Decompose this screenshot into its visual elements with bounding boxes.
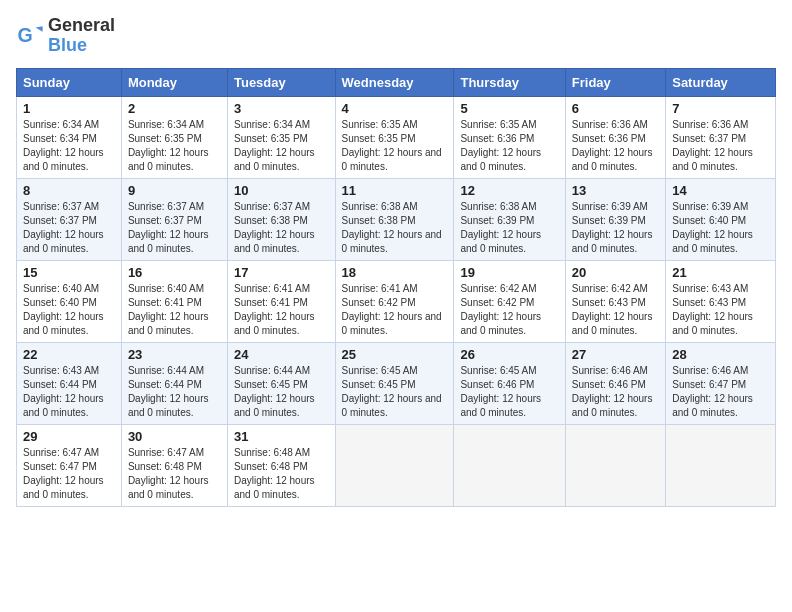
day-number: 14 [672, 183, 769, 198]
calendar-week-row: 29Sunrise: 6:47 AMSunset: 6:47 PMDayligh… [17, 424, 776, 506]
calendar-cell: 31Sunrise: 6:48 AMSunset: 6:48 PMDayligh… [227, 424, 335, 506]
day-number: 21 [672, 265, 769, 280]
svg-marker-1 [36, 26, 43, 32]
day-number: 23 [128, 347, 221, 362]
day-info: Sunrise: 6:34 AMSunset: 6:34 PMDaylight:… [23, 118, 115, 174]
calendar-cell: 30Sunrise: 6:47 AMSunset: 6:48 PMDayligh… [121, 424, 227, 506]
day-number: 20 [572, 265, 659, 280]
day-number: 12 [460, 183, 558, 198]
day-info: Sunrise: 6:36 AMSunset: 6:36 PMDaylight:… [572, 118, 659, 174]
day-info: Sunrise: 6:39 AMSunset: 6:40 PMDaylight:… [672, 200, 769, 256]
calendar-cell [666, 424, 776, 506]
day-number: 22 [23, 347, 115, 362]
day-info: Sunrise: 6:46 AMSunset: 6:46 PMDaylight:… [572, 364, 659, 420]
day-info: Sunrise: 6:41 AMSunset: 6:42 PMDaylight:… [342, 282, 448, 338]
day-number: 29 [23, 429, 115, 444]
calendar-cell: 13Sunrise: 6:39 AMSunset: 6:39 PMDayligh… [565, 178, 665, 260]
calendar-cell: 29Sunrise: 6:47 AMSunset: 6:47 PMDayligh… [17, 424, 122, 506]
calendar-cell: 25Sunrise: 6:45 AMSunset: 6:45 PMDayligh… [335, 342, 454, 424]
day-info: Sunrise: 6:44 AMSunset: 6:44 PMDaylight:… [128, 364, 221, 420]
day-info: Sunrise: 6:34 AMSunset: 6:35 PMDaylight:… [234, 118, 329, 174]
calendar-week-row: 8Sunrise: 6:37 AMSunset: 6:37 PMDaylight… [17, 178, 776, 260]
calendar-week-row: 1Sunrise: 6:34 AMSunset: 6:34 PMDaylight… [17, 96, 776, 178]
calendar-header-row: SundayMondayTuesdayWednesdayThursdayFrid… [17, 68, 776, 96]
calendar-cell: 15Sunrise: 6:40 AMSunset: 6:40 PMDayligh… [17, 260, 122, 342]
day-info: Sunrise: 6:48 AMSunset: 6:48 PMDaylight:… [234, 446, 329, 502]
day-number: 9 [128, 183, 221, 198]
day-number: 11 [342, 183, 448, 198]
calendar-cell: 3Sunrise: 6:34 AMSunset: 6:35 PMDaylight… [227, 96, 335, 178]
day-number: 25 [342, 347, 448, 362]
calendar-cell: 12Sunrise: 6:38 AMSunset: 6:39 PMDayligh… [454, 178, 565, 260]
page-header: G General Blue [16, 16, 776, 56]
day-info: Sunrise: 6:38 AMSunset: 6:38 PMDaylight:… [342, 200, 448, 256]
calendar-cell: 10Sunrise: 6:37 AMSunset: 6:38 PMDayligh… [227, 178, 335, 260]
day-info: Sunrise: 6:47 AMSunset: 6:47 PMDaylight:… [23, 446, 115, 502]
day-info: Sunrise: 6:35 AMSunset: 6:35 PMDaylight:… [342, 118, 448, 174]
header-thursday: Thursday [454, 68, 565, 96]
calendar-cell: 4Sunrise: 6:35 AMSunset: 6:35 PMDaylight… [335, 96, 454, 178]
day-number: 4 [342, 101, 448, 116]
day-number: 30 [128, 429, 221, 444]
header-tuesday: Tuesday [227, 68, 335, 96]
day-info: Sunrise: 6:34 AMSunset: 6:35 PMDaylight:… [128, 118, 221, 174]
day-number: 31 [234, 429, 329, 444]
day-number: 19 [460, 265, 558, 280]
day-number: 28 [672, 347, 769, 362]
calendar-cell: 5Sunrise: 6:35 AMSunset: 6:36 PMDaylight… [454, 96, 565, 178]
calendar-week-row: 22Sunrise: 6:43 AMSunset: 6:44 PMDayligh… [17, 342, 776, 424]
day-number: 24 [234, 347, 329, 362]
day-number: 10 [234, 183, 329, 198]
calendar-cell: 11Sunrise: 6:38 AMSunset: 6:38 PMDayligh… [335, 178, 454, 260]
calendar-cell: 28Sunrise: 6:46 AMSunset: 6:47 PMDayligh… [666, 342, 776, 424]
day-number: 18 [342, 265, 448, 280]
header-saturday: Saturday [666, 68, 776, 96]
calendar-cell: 14Sunrise: 6:39 AMSunset: 6:40 PMDayligh… [666, 178, 776, 260]
day-info: Sunrise: 6:37 AMSunset: 6:37 PMDaylight:… [128, 200, 221, 256]
day-info: Sunrise: 6:44 AMSunset: 6:45 PMDaylight:… [234, 364, 329, 420]
day-info: Sunrise: 6:43 AMSunset: 6:43 PMDaylight:… [672, 282, 769, 338]
day-info: Sunrise: 6:43 AMSunset: 6:44 PMDaylight:… [23, 364, 115, 420]
day-number: 13 [572, 183, 659, 198]
day-info: Sunrise: 6:40 AMSunset: 6:40 PMDaylight:… [23, 282, 115, 338]
day-info: Sunrise: 6:37 AMSunset: 6:38 PMDaylight:… [234, 200, 329, 256]
calendar-cell: 26Sunrise: 6:45 AMSunset: 6:46 PMDayligh… [454, 342, 565, 424]
calendar-cell: 19Sunrise: 6:42 AMSunset: 6:42 PMDayligh… [454, 260, 565, 342]
calendar-cell: 24Sunrise: 6:44 AMSunset: 6:45 PMDayligh… [227, 342, 335, 424]
header-wednesday: Wednesday [335, 68, 454, 96]
calendar-cell: 7Sunrise: 6:36 AMSunset: 6:37 PMDaylight… [666, 96, 776, 178]
day-number: 1 [23, 101, 115, 116]
calendar-cell: 22Sunrise: 6:43 AMSunset: 6:44 PMDayligh… [17, 342, 122, 424]
calendar-cell: 16Sunrise: 6:40 AMSunset: 6:41 PMDayligh… [121, 260, 227, 342]
day-info: Sunrise: 6:42 AMSunset: 6:42 PMDaylight:… [460, 282, 558, 338]
day-number: 15 [23, 265, 115, 280]
calendar-week-row: 15Sunrise: 6:40 AMSunset: 6:40 PMDayligh… [17, 260, 776, 342]
calendar-cell: 17Sunrise: 6:41 AMSunset: 6:41 PMDayligh… [227, 260, 335, 342]
logo: G General Blue [16, 16, 115, 56]
logo-text: General Blue [48, 16, 115, 56]
svg-text:G: G [17, 23, 32, 45]
day-number: 2 [128, 101, 221, 116]
day-number: 7 [672, 101, 769, 116]
day-info: Sunrise: 6:35 AMSunset: 6:36 PMDaylight:… [460, 118, 558, 174]
calendar-cell: 6Sunrise: 6:36 AMSunset: 6:36 PMDaylight… [565, 96, 665, 178]
calendar-cell: 8Sunrise: 6:37 AMSunset: 6:37 PMDaylight… [17, 178, 122, 260]
calendar-cell: 20Sunrise: 6:42 AMSunset: 6:43 PMDayligh… [565, 260, 665, 342]
day-info: Sunrise: 6:45 AMSunset: 6:46 PMDaylight:… [460, 364, 558, 420]
header-sunday: Sunday [17, 68, 122, 96]
day-info: Sunrise: 6:40 AMSunset: 6:41 PMDaylight:… [128, 282, 221, 338]
day-number: 27 [572, 347, 659, 362]
logo-icon: G [16, 22, 44, 50]
day-number: 26 [460, 347, 558, 362]
day-info: Sunrise: 6:47 AMSunset: 6:48 PMDaylight:… [128, 446, 221, 502]
calendar-cell [565, 424, 665, 506]
day-info: Sunrise: 6:38 AMSunset: 6:39 PMDaylight:… [460, 200, 558, 256]
day-number: 16 [128, 265, 221, 280]
day-info: Sunrise: 6:42 AMSunset: 6:43 PMDaylight:… [572, 282, 659, 338]
header-monday: Monday [121, 68, 227, 96]
calendar-cell: 2Sunrise: 6:34 AMSunset: 6:35 PMDaylight… [121, 96, 227, 178]
day-number: 8 [23, 183, 115, 198]
day-info: Sunrise: 6:41 AMSunset: 6:41 PMDaylight:… [234, 282, 329, 338]
day-info: Sunrise: 6:39 AMSunset: 6:39 PMDaylight:… [572, 200, 659, 256]
calendar-cell: 23Sunrise: 6:44 AMSunset: 6:44 PMDayligh… [121, 342, 227, 424]
